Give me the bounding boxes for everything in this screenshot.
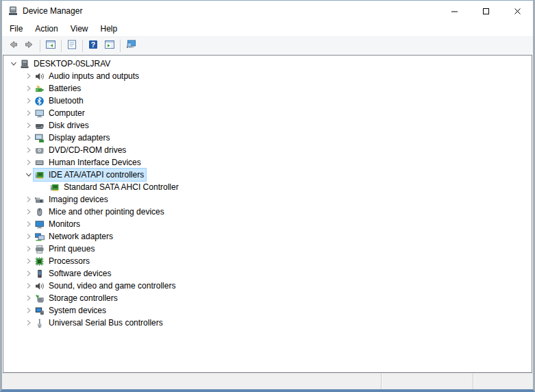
chevron-collapsed-icon[interactable] [24, 232, 34, 241]
chevron-collapsed-icon[interactable] [24, 158, 34, 167]
action-pane-button[interactable] [101, 38, 118, 53]
toolbar-separator [82, 40, 83, 52]
tree-node[interactable]: Imaging devices [34, 193, 110, 206]
tree-node-label: System devices [49, 306, 106, 315]
tree-node[interactable]: Universal Serial Bus controllers [34, 317, 165, 329]
chevron-collapsed-icon[interactable] [24, 281, 34, 291]
menu-file[interactable]: File [3, 23, 29, 35]
tree-node[interactable]: DVD/CD-ROM drives [34, 144, 128, 156]
chevron-collapsed-icon[interactable] [24, 219, 34, 229]
close-icon [514, 8, 521, 15]
maximize-button[interactable] [470, 1, 501, 21]
svg-text:?: ? [91, 40, 95, 49]
statusbar-section-left [2, 373, 381, 389]
titlebar: Device Manager [2, 1, 533, 21]
console-tree-icon [45, 39, 56, 53]
tree-node-label: Storage controllers [49, 293, 118, 303]
tree-node[interactable]: Standard SATA AHCI Controller [49, 181, 181, 193]
help-icon: ? [88, 39, 99, 53]
properties-button[interactable] [64, 38, 80, 53]
window-title: Device Manager [23, 6, 82, 16]
dvd-icon [34, 145, 45, 156]
properties-icon [66, 39, 77, 53]
chevron-expanded-icon[interactable] [9, 59, 18, 69]
tree-node[interactable]: Computer [34, 107, 87, 119]
tree-node[interactable]: Display adapters [34, 132, 112, 144]
tree-node-label: IDE ATA/ATAPI controllers [49, 170, 144, 180]
tree-node[interactable]: Storage controllers [34, 292, 120, 304]
tree-node[interactable]: Print queues [34, 243, 97, 255]
chevron-collapsed-icon[interactable] [24, 244, 34, 254]
tree-node-label: Network adapters [49, 232, 113, 241]
tree-row: System devices [3, 304, 532, 317]
chevron-collapsed-icon[interactable] [24, 207, 34, 217]
chevron-collapsed-icon[interactable] [24, 71, 34, 81]
device-manager-window: Device Manager FileActionViewHelp ? DESK… [0, 0, 535, 392]
tree-row: IDE ATA/ATAPI controllers [3, 169, 532, 181]
tree-row: Storage controllers [3, 292, 532, 304]
tree-row: Software devices [3, 267, 532, 280]
chevron-collapsed-icon[interactable] [24, 269, 34, 278]
menubar: FileActionViewHelp [2, 21, 533, 37]
chevron-collapsed-icon[interactable] [24, 145, 34, 155]
tree-node[interactable]: Processors [34, 255, 92, 267]
tree-row: DVD/CD-ROM drives [3, 144, 532, 156]
close-button[interactable] [501, 1, 533, 21]
console-tree-button[interactable] [42, 38, 59, 53]
chevron-collapsed-icon[interactable] [24, 84, 34, 93]
help-button[interactable]: ? [85, 38, 101, 53]
tree-node[interactable]: Audio inputs and outputs [34, 70, 141, 82]
tree-row: Batteries [3, 82, 532, 95]
tree-row: Bluetooth [3, 95, 532, 107]
menu-view[interactable]: View [64, 23, 95, 35]
tree-node-label: Universal Serial Bus controllers [49, 318, 163, 328]
tree-node[interactable]: System devices [34, 304, 108, 317]
scan-icon [125, 39, 136, 53]
chevron-collapsed-icon[interactable] [24, 96, 34, 106]
scan-hardware-changes-button[interactable] [123, 38, 139, 53]
chevron-collapsed-icon[interactable] [24, 133, 34, 143]
maximize-icon [482, 8, 490, 15]
tree-node[interactable]: DESKTOP-0SLJRAV [18, 58, 112, 70]
toolbar-separator [40, 40, 40, 52]
tree-node[interactable]: IDE ATA/ATAPI controllers [34, 169, 146, 181]
tree-node-label: Mice and other pointing devices [49, 207, 164, 217]
tree-node[interactable]: Mice and other pointing devices [34, 206, 166, 218]
tree-row: Computer [3, 107, 532, 119]
tree-node[interactable]: Network adapters [34, 230, 115, 243]
disk-icon [34, 121, 45, 131]
chevron-expanded-icon[interactable] [24, 170, 34, 180]
chevron-collapsed-icon[interactable] [24, 318, 34, 328]
menu-action[interactable]: Action [29, 23, 64, 35]
tree-node-label: Imaging devices [49, 195, 108, 204]
tree-node-label: Standard SATA AHCI Controller [64, 182, 179, 192]
back-button[interactable] [5, 38, 21, 53]
tree-row: Human Interface Devices [3, 156, 532, 169]
hid-icon [34, 158, 45, 168]
tree-node-label: Bluetooth [49, 96, 84, 106]
chevron-collapsed-icon[interactable] [24, 121, 34, 130]
forward-button[interactable] [21, 38, 38, 53]
chevron-collapsed-icon[interactable] [24, 108, 34, 118]
menu-help[interactable]: Help [95, 23, 124, 35]
chevron-collapsed-icon[interactable] [24, 293, 34, 303]
tree-node[interactable]: Batteries [34, 82, 83, 95]
tree-node[interactable]: Sound, video and game controllers [34, 280, 177, 292]
minimize-button[interactable] [438, 1, 470, 21]
tree-node[interactable]: Human Interface Devices [34, 156, 143, 169]
chevron-collapsed-icon[interactable] [24, 195, 34, 204]
chevron-collapsed-icon[interactable] [24, 256, 34, 266]
chevron-collapsed-icon[interactable] [24, 306, 34, 315]
tree-row: Mice and other pointing devices [3, 206, 532, 218]
tree-node[interactable]: Monitors [34, 218, 82, 230]
tree-node-label: Audio inputs and outputs [49, 71, 139, 81]
tree-node[interactable]: Bluetooth [34, 95, 86, 107]
tree-node-label: Human Interface Devices [49, 158, 141, 167]
tree-node-label: DESKTOP-0SLJRAV [34, 59, 110, 69]
minimize-icon [451, 8, 458, 15]
monitor-light-icon [34, 108, 45, 119]
computer-root-icon [19, 59, 30, 69]
tree-node[interactable]: Disk drives [34, 119, 91, 132]
tree-node[interactable]: Software devices [34, 267, 113, 280]
toolbar-separator [61, 40, 62, 52]
